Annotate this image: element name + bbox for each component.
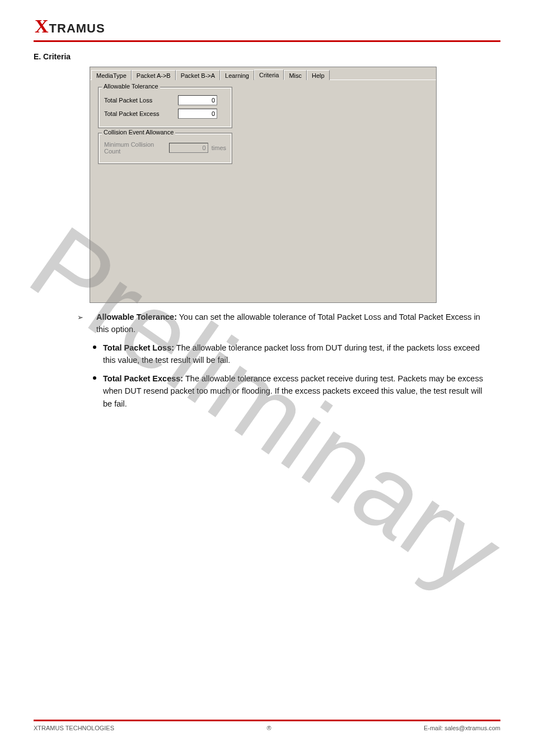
- group-collision-event-allowance: Collision Event Allowance Minimum Collis…: [98, 133, 232, 164]
- bullet-total-packet-excess: Total Packet Excess: The allowable toler…: [91, 372, 493, 410]
- arrow-label-bold: Allowable Tolerance:: [96, 312, 177, 321]
- logo-x-letter: X: [35, 16, 48, 37]
- label-min-collision-count: Minimum Collision Count: [104, 141, 169, 155]
- unit-times: times: [212, 144, 226, 151]
- tab-packet-b-a[interactable]: Packet B->A: [176, 70, 220, 80]
- triangle-bullet-icon: ➢: [77, 312, 83, 323]
- label-total-packet-loss: Total Packet Loss: [104, 97, 178, 104]
- label-total-packet-excess: Total Packet Excess: [104, 110, 178, 117]
- b2-bold: Total Packet Excess:: [103, 374, 183, 383]
- tab-strip: MediaType Packet A->B Packet B->A Learni…: [90, 67, 436, 80]
- group-allowable-tolerance: Allowable Tolerance Total Packet Loss To…: [98, 87, 232, 128]
- b1-bold: Total Packet Loss:: [103, 343, 174, 352]
- brand-logo: X TRAMUS: [34, 16, 500, 37]
- footer-left: XTRAMUS TECHNOLOGIES: [34, 725, 114, 731]
- footer-right: E-mail: sales@xtramus.com: [424, 725, 500, 731]
- group-title-collision: Collision Event Allowance: [102, 129, 175, 136]
- section-heading: E. Criteria: [34, 52, 500, 61]
- input-total-packet-excess[interactable]: [178, 109, 217, 119]
- tab-learning[interactable]: Learning: [220, 70, 254, 80]
- tab-mediatype[interactable]: MediaType: [91, 70, 132, 80]
- group-title-allowable-tolerance: Allowable Tolerance: [102, 83, 160, 90]
- body-text: ➢ Allowable Tolerance: You can set the a…: [84, 311, 493, 410]
- tab-packet-a-b[interactable]: Packet A->B: [132, 70, 176, 80]
- row-total-packet-loss: Total Packet Loss: [104, 95, 226, 105]
- tab-criteria[interactable]: Criteria: [254, 69, 284, 80]
- criteria-dialog: MediaType Packet A->B Packet B->A Learni…: [90, 67, 437, 303]
- bullet-total-packet-loss: Total Packet Loss: The allowable toleran…: [91, 342, 493, 367]
- page: X TRAMUS E. Criteria MediaType Packet A-…: [0, 0, 534, 756]
- header-rule: [34, 40, 500, 42]
- input-min-collision-count: [169, 143, 208, 153]
- input-total-packet-loss[interactable]: [178, 95, 217, 105]
- tab-misc[interactable]: Misc: [284, 70, 307, 80]
- tab-help[interactable]: Help: [307, 70, 330, 80]
- dialog-body: Allowable Tolerance Total Packet Loss To…: [90, 80, 436, 302]
- row-min-collision-count: Minimum Collision Count times: [104, 141, 226, 155]
- footer: XTRAMUS TECHNOLOGIES ® E-mail: sales@xtr…: [34, 720, 500, 731]
- bullet-list: Total Packet Loss: The allowable toleran…: [91, 342, 493, 410]
- row-total-packet-excess: Total Packet Excess: [104, 109, 226, 119]
- footer-rule: [34, 720, 500, 721]
- logo-rest: TRAMUS: [49, 21, 105, 36]
- footer-center: ®: [266, 725, 271, 731]
- footer-row: XTRAMUS TECHNOLOGIES ® E-mail: sales@xtr…: [34, 725, 500, 731]
- arrow-allowable-tolerance: ➢ Allowable Tolerance: You can set the a…: [84, 311, 493, 336]
